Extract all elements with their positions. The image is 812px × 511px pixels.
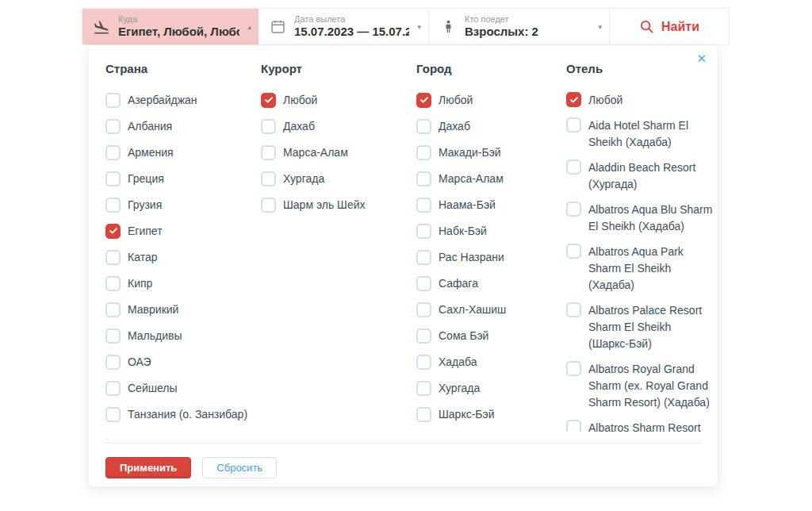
filter-option[interactable]: Дахаб — [416, 118, 566, 134]
filter-option[interactable]: Макади-Бэй — [416, 144, 566, 160]
filter-option[interactable]: Сахл-Хашиш — [416, 302, 566, 317]
filter-option-label: Albatros Royal Grand Sharm (ex. Royal Gr… — [588, 361, 714, 411]
filter-option[interactable]: Кипр — [105, 275, 261, 291]
filter-option[interactable]: Марса-Алам — [416, 171, 566, 186]
filter-option[interactable]: Albatros Palace Resort Sharm El Sheikh (… — [566, 302, 714, 352]
filter-option[interactable]: Танзания (о. Занзибар) — [105, 406, 261, 422]
checkbox-icon[interactable] — [105, 355, 121, 370]
checkbox-icon[interactable] — [566, 244, 581, 259]
calendar-icon — [269, 18, 286, 36]
checkbox-icon[interactable] — [566, 302, 581, 317]
departure-date-texts: Дата вылета 15.07.2023 — 15.07.2023 — [294, 14, 409, 39]
filter-option[interactable]: Грузия — [105, 197, 261, 213]
checkbox-icon[interactable] — [566, 159, 581, 175]
checkbox-icon[interactable] — [416, 119, 431, 134]
filter-option[interactable]: Египет — [105, 223, 261, 239]
checkbox-icon[interactable] — [105, 407, 121, 422]
filter-option[interactable]: Albatros Aqua Park Sharm El Sheikh (Хада… — [566, 244, 714, 294]
checkbox-icon[interactable] — [416, 302, 431, 317]
filter-option[interactable]: Армения — [105, 144, 261, 160]
filter-option[interactable]: Маврикий — [105, 302, 261, 317]
checkbox-icon[interactable] — [416, 381, 431, 396]
filter-option-label: Армения — [128, 144, 174, 160]
apply-button[interactable]: Применить — [105, 457, 191, 478]
filter-option[interactable]: Греция — [105, 171, 261, 186]
filter-option[interactable]: Катар — [105, 249, 261, 265]
filter-option[interactable]: ОАЭ — [105, 354, 261, 370]
checkbox-icon[interactable] — [416, 145, 431, 160]
filter-option[interactable]: Марса-Алам — [261, 144, 416, 160]
checkbox-icon[interactable] — [261, 198, 276, 213]
chevron-up-icon: ▴ — [247, 23, 251, 30]
checkbox-checked-icon[interactable] — [566, 92, 581, 107]
filter-option[interactable]: Albatros Aqua Blu Sharm El Sheikh (Хадаб… — [566, 202, 714, 235]
checkbox-icon[interactable] — [566, 420, 581, 432]
checkbox-icon[interactable] — [416, 407, 431, 422]
checkbox-icon[interactable] — [105, 276, 121, 291]
checkbox-icon[interactable] — [105, 93, 121, 108]
checkbox-checked-icon[interactable] — [105, 224, 121, 239]
filter-option[interactable]: Рас Назрани — [416, 249, 566, 265]
search-button[interactable]: Найти — [610, 9, 729, 44]
filter-option[interactable]: Хадаба — [416, 354, 566, 370]
search-icon — [639, 19, 654, 34]
checkbox-icon[interactable] — [566, 117, 581, 133]
column-title: Курорт — [261, 62, 416, 75]
filter-option[interactable]: Albatros Royal Grand Sharm (ex. Royal Gr… — [566, 361, 714, 411]
close-icon[interactable]: ✕ — [694, 50, 709, 67]
filter-option-label: Сейшелы — [128, 380, 178, 396]
filter-columns: СтранаАзербайджанАлбанияАрменияГрецияГру… — [89, 45, 718, 432]
checkbox-icon[interactable] — [105, 145, 121, 160]
filter-option-label: Наама-Бэй — [439, 197, 496, 213]
filter-option[interactable]: Албания — [105, 118, 261, 134]
departure-date-field[interactable]: Дата вылета 15.07.2023 — 15.07.2023 ▾ — [259, 9, 429, 44]
checkbox-icon[interactable] — [566, 202, 581, 217]
checkbox-icon[interactable] — [105, 302, 121, 317]
filter-option-label: Albatros Sharm Resort (ex. — [588, 420, 714, 432]
filter-option[interactable]: Шаркс-Бэй — [416, 406, 566, 422]
filter-option[interactable]: Aladdin Beach Resort (Хургада) — [566, 159, 714, 193]
filter-option[interactable]: Любой — [261, 92, 416, 108]
checkbox-icon[interactable] — [261, 145, 276, 160]
reset-button[interactable]: Сбросить — [202, 457, 277, 478]
filter-option-label: Дахаб — [283, 118, 315, 134]
checkbox-icon[interactable] — [105, 119, 121, 134]
checkbox-icon[interactable] — [416, 171, 431, 186]
filter-option[interactable]: Сафага — [416, 275, 566, 291]
checkbox-icon[interactable] — [105, 198, 121, 213]
filter-option-label: Кипр — [128, 275, 152, 291]
checkbox-icon[interactable] — [416, 224, 431, 239]
filter-option[interactable]: Азербайджан — [105, 92, 261, 108]
checkbox-icon[interactable] — [416, 198, 431, 213]
filter-option[interactable]: Albatros Sharm Resort (ex. — [566, 420, 714, 432]
filter-option[interactable]: Сейшелы — [105, 380, 261, 396]
filter-option[interactable]: Мальдивы — [105, 328, 261, 344]
filter-option[interactable]: Любой — [416, 92, 566, 108]
checkbox-icon[interactable] — [416, 276, 431, 291]
checkbox-icon[interactable] — [261, 119, 276, 134]
filter-option[interactable]: Aida Hotel Sharm El Sheikh (Хадаба) — [566, 117, 714, 151]
travelers-field[interactable]: Кто поедет Взрослых: 2 ▾ — [429, 9, 610, 44]
filter-option[interactable]: Набк-Бэй — [416, 223, 566, 239]
checkbox-icon[interactable] — [416, 355, 431, 370]
checkbox-checked-icon[interactable] — [261, 93, 276, 108]
checkbox-icon[interactable] — [105, 171, 121, 186]
checkbox-icon[interactable] — [105, 328, 121, 344]
filter-option[interactable]: Любой — [566, 92, 714, 109]
checkbox-icon[interactable] — [416, 328, 431, 344]
checkbox-icon[interactable] — [105, 381, 121, 396]
filter-option[interactable]: Наама-Бэй — [416, 197, 566, 213]
filter-option[interactable]: Шарм эль Шейх — [261, 197, 416, 213]
checkbox-icon[interactable] — [105, 250, 121, 265]
filter-option[interactable]: Хургада — [261, 171, 416, 186]
filter-option-label: ОАЭ — [128, 354, 151, 370]
checkbox-checked-icon[interactable] — [416, 93, 431, 108]
filter-option[interactable]: Сома Бэй — [416, 328, 566, 344]
checkbox-icon[interactable] — [566, 361, 581, 376]
checkbox-icon[interactable] — [261, 171, 276, 186]
filter-option-label: Азербайджан — [128, 92, 197, 108]
destination-field[interactable]: Куда Египет, Любой, Любой, Лю... ▴ — [82, 9, 259, 44]
checkbox-icon[interactable] — [416, 250, 431, 265]
filter-option[interactable]: Хургада — [416, 380, 566, 396]
filter-option[interactable]: Дахаб — [261, 118, 416, 134]
